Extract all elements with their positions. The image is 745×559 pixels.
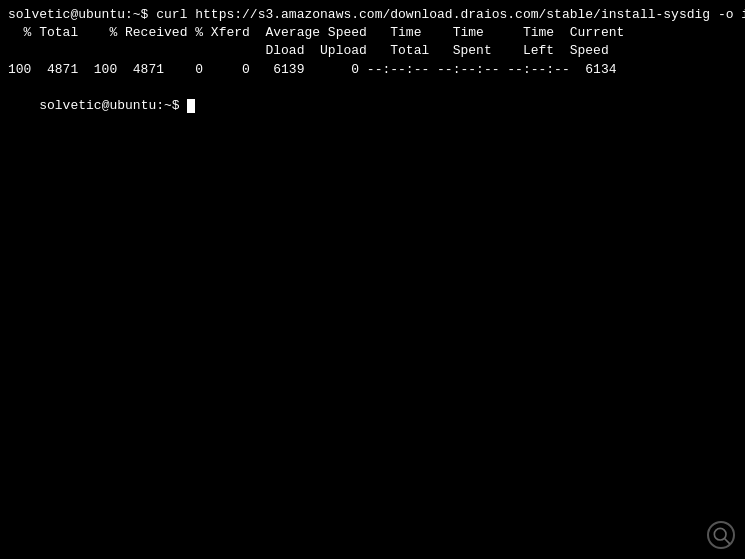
- terminal-icon: [707, 521, 735, 549]
- prompt-text: solvetic@ubuntu:~$: [39, 98, 187, 113]
- curl-progress-line: 100 4871 100 4871 0 0 6139 0 --:--:-- --…: [8, 61, 737, 79]
- curl-header-line2: Dload Upload Total Spent Left Speed: [8, 42, 737, 60]
- cursor: [187, 99, 195, 113]
- command-line: solvetic@ubuntu:~$ curl https://s3.amazo…: [8, 6, 737, 24]
- curl-header-line1: % Total % Received % Xferd Average Speed…: [8, 24, 737, 42]
- terminal-window[interactable]: solvetic@ubuntu:~$ curl https://s3.amazo…: [0, 0, 745, 559]
- search-terminal-icon: [711, 525, 731, 545]
- prompt-line: solvetic@ubuntu:~$: [8, 79, 737, 134]
- svg-line-1: [725, 539, 730, 544]
